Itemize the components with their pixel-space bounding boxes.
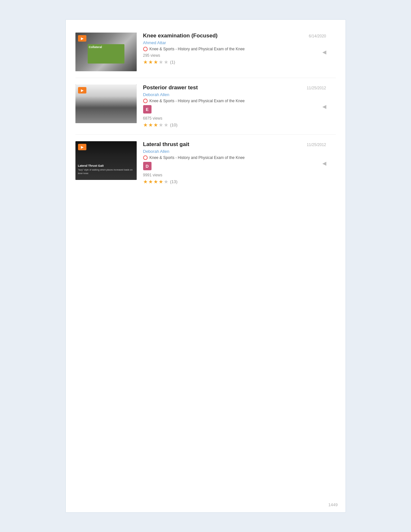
video-author[interactable]: Deborah Allen	[143, 92, 317, 97]
star-rating: ★ ★ ★ ★ ★ (10)	[143, 122, 317, 128]
star-2: ★	[148, 59, 153, 65]
star-rating: ★ ★ ★ ★ ★ (13)	[143, 179, 317, 185]
star-3: ★	[153, 59, 158, 65]
star-5: ★	[164, 122, 168, 128]
user-badge: E	[143, 105, 152, 113]
video-info: Lateral thrust gait Deborah Allen Knee &…	[143, 141, 336, 185]
video-type-icon: ▶	[78, 35, 86, 42]
video-thumbnail[interactable]: ▶	[75, 84, 137, 123]
rating-count: (10)	[170, 123, 178, 127]
video-views: 295 views	[143, 53, 317, 58]
page-container: ▶ Knee examination (Focused) Ahmed Attar…	[65, 19, 346, 513]
video-date: 6/14/2020	[309, 34, 326, 38]
video-date: 11/25/2012	[307, 86, 326, 90]
star-3: ★	[153, 122, 158, 128]
star-5: ★	[164, 59, 168, 65]
list-item: ▶ Posterior drawer test Deborah Allen Kn…	[75, 78, 336, 135]
video-info: Knee examination (Focused) Ahmed Attar K…	[143, 33, 336, 65]
video-thumbnail[interactable]: ▶	[75, 33, 137, 71]
thumb-label: Lateral Thrust Gait "lazy" style of walk…	[78, 164, 137, 175]
page-number: 1449	[328, 502, 338, 507]
list-item: ▶ Knee examination (Focused) Ahmed Attar…	[75, 26, 336, 78]
play-button[interactable]: ◀	[322, 103, 326, 109]
star-1: ★	[143, 59, 148, 65]
video-views: 6875 views	[143, 116, 317, 121]
video-thumbnail[interactable]: ▶ Lateral Thrust Gait "lazy" style of wa…	[75, 141, 137, 180]
video-type-icon: ▶	[78, 144, 86, 150]
play-button[interactable]: ◀	[322, 49, 326, 55]
video-author[interactable]: Ahmed Attar	[143, 40, 317, 45]
video-category: Knee & Sports - History and Physical Exa…	[143, 155, 317, 160]
video-author[interactable]: Deborah Allen	[143, 149, 317, 154]
video-date: 11/25/2012	[307, 143, 326, 147]
star-4: ★	[159, 122, 163, 128]
star-2: ★	[148, 179, 153, 185]
star-1: ★	[143, 122, 148, 128]
rating-count: (1)	[170, 60, 175, 64]
star-4: ★	[159, 59, 163, 65]
video-info: Posterior drawer test Deborah Allen Knee…	[143, 84, 336, 128]
list-item: ▶ Lateral Thrust Gait "lazy" style of wa…	[75, 135, 336, 191]
category-dot-icon	[143, 155, 148, 160]
video-views: 9991 views	[143, 173, 317, 177]
star-rating: ★ ★ ★ ★ ★ (1)	[143, 59, 317, 65]
star-4: ★	[159, 179, 163, 185]
video-list: ▶ Knee examination (Focused) Ahmed Attar…	[66, 20, 346, 198]
video-category: Knee & Sports - History and Physical Exa…	[143, 47, 317, 51]
video-title[interactable]: Lateral thrust gait	[143, 141, 317, 148]
video-type-icon: ▶	[78, 87, 86, 94]
star-2: ★	[148, 122, 153, 128]
user-badge: D	[143, 162, 152, 170]
rating-count: (13)	[170, 179, 178, 184]
star-3: ★	[153, 179, 158, 185]
video-title[interactable]: Posterior drawer test	[143, 84, 317, 91]
star-1: ★	[143, 179, 148, 185]
play-button[interactable]: ◀	[322, 160, 326, 166]
video-title[interactable]: Knee examination (Focused)	[143, 33, 317, 39]
video-category: Knee & Sports - History and Physical Exa…	[143, 99, 317, 103]
star-5: ★	[164, 179, 168, 185]
category-dot-icon	[143, 99, 148, 103]
category-dot-icon	[143, 47, 148, 51]
